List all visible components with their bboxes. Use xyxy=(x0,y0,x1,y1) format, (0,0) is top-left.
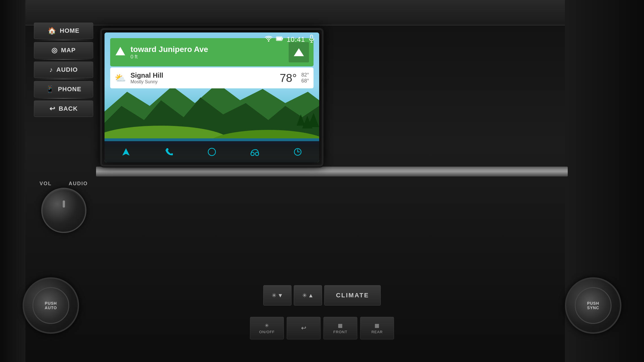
left-nav-panel: 🏠 HOME ◎ MAP ♪ AUDIO 📱 PHONE xyxy=(28,23,99,117)
fan-up-icon: ✳ xyxy=(302,292,307,299)
taskbar-audio-button[interactable] xyxy=(248,145,262,159)
weather-text: Signal Hill Mostly Sunny xyxy=(130,71,275,84)
fan-onoff-label: ON/OFF xyxy=(259,330,275,334)
main-screen: 10:41 toward Junipero xyxy=(105,32,319,162)
rear-label: REAR xyxy=(371,330,383,334)
svg-rect-9 xyxy=(282,38,283,40)
svg-marker-14 xyxy=(116,47,125,55)
wifi-icon xyxy=(265,36,273,43)
audio-icon: ♪ xyxy=(49,66,53,74)
nav-up-arrow xyxy=(294,48,304,56)
clock-display: 10:41 xyxy=(287,36,305,43)
screen-taskbar xyxy=(105,141,319,162)
map-nav-button[interactable]: ◎ MAP xyxy=(28,42,99,60)
fan-icon: ✳ xyxy=(272,292,277,299)
audio-divider xyxy=(34,78,93,79)
home-icon: 🏠 xyxy=(48,27,56,35)
phone-label: PHONE xyxy=(58,86,81,93)
weather-temp: 78° xyxy=(280,72,297,84)
left-vent xyxy=(0,0,25,362)
phone-divider xyxy=(34,98,93,99)
nav-distance: 0 ft xyxy=(130,54,284,60)
push-sync-inner: PUSH SYNC xyxy=(575,287,612,324)
volume-area: VOL AUDIO xyxy=(40,181,88,233)
nav-cards: toward Junipero Ave 0 ft ⛅ Signal Hill M… xyxy=(110,38,314,88)
svg-point-16 xyxy=(208,148,216,156)
back-nav-button[interactable]: ↩ BACK xyxy=(28,101,99,117)
push-sync-line2: SYNC xyxy=(587,306,599,310)
weather-hilo: 82° 68° xyxy=(301,72,309,84)
push-auto-knob[interactable]: PUSH AUTO xyxy=(23,277,79,334)
fan-onoff-icon: ✳ xyxy=(265,322,269,329)
fan-up-arrow: ▲ xyxy=(308,292,314,299)
weather-card[interactable]: ⛅ Signal Hill Mostly Sunny 78° 82° 68° xyxy=(110,67,314,88)
mic-icon[interactable] xyxy=(308,35,315,44)
fan-down-arrow: ▼ xyxy=(278,292,283,299)
recirculate-icon: ↩ xyxy=(301,324,306,332)
audio-nav-button[interactable]: ♪ AUDIO xyxy=(28,62,99,79)
volume-knob[interactable] xyxy=(41,188,86,233)
push-auto-inner: PUSH AUTO xyxy=(32,287,69,324)
weather-low: 68° xyxy=(301,78,309,84)
climate-area: ✳ ▼ ✳ ▲ CLIMATE xyxy=(263,285,381,306)
climate-label: CLIMATE xyxy=(336,292,369,299)
climate-button[interactable]: CLIMATE xyxy=(324,285,381,306)
audio-power-label: AUDIO xyxy=(69,181,88,187)
fan-onoff-button[interactable]: ✳ ON/OFF xyxy=(250,317,284,339)
taskbar-phone-button[interactable] xyxy=(162,145,176,159)
push-sync-line1: PUSH xyxy=(587,301,599,306)
vol-audio-labels: VOL AUDIO xyxy=(40,181,88,187)
push-sync-knob[interactable]: PUSH SYNC xyxy=(565,277,621,334)
nav-direction-box xyxy=(289,42,309,62)
back-icon: ↩ xyxy=(49,105,55,113)
battery-icon xyxy=(276,36,283,43)
svg-rect-11 xyxy=(310,35,313,39)
svg-point-7 xyxy=(268,40,269,42)
taskbar-home-button[interactable] xyxy=(205,145,219,159)
map-divider xyxy=(34,59,93,60)
push-auto-line1: PUSH xyxy=(45,301,57,306)
weather-icon: ⛅ xyxy=(115,73,126,83)
fan-down-button[interactable]: ✳ ▼ xyxy=(263,285,291,306)
lower-buttons-row: ✳ ON/OFF ↩ ▦ FRONT ▦ REAR xyxy=(250,317,394,339)
nav-turn-arrow xyxy=(115,45,126,59)
rear-defrost-icon: ▦ xyxy=(375,322,380,329)
audio-label: AUDIO xyxy=(56,66,78,73)
svg-marker-15 xyxy=(122,148,130,156)
status-bar: 10:41 xyxy=(265,35,315,44)
map-icon: ◎ xyxy=(51,46,58,54)
phone-icon: 📱 xyxy=(46,85,55,93)
car-dashboard: 🏠 HOME ◎ MAP ♪ AUDIO 📱 PHONE xyxy=(0,0,644,362)
metallic-strip xyxy=(96,167,568,176)
weather-city: Signal Hill xyxy=(130,71,275,79)
svg-rect-10 xyxy=(277,37,282,40)
home-nav-button[interactable]: 🏠 HOME xyxy=(28,23,99,40)
nav-card-text: toward Junipero Ave 0 ft xyxy=(130,45,284,60)
back-label: BACK xyxy=(59,105,78,112)
front-defrost-icon: ▦ xyxy=(338,322,343,329)
front-defrost-button[interactable]: ▦ FRONT xyxy=(323,317,357,339)
push-auto-line2: AUTO xyxy=(45,306,57,310)
rear-defrost-button[interactable]: ▦ REAR xyxy=(360,317,394,339)
taskbar-clock-button[interactable] xyxy=(291,145,305,159)
phone-nav-button[interactable]: 📱 PHONE xyxy=(28,81,99,99)
weather-high: 82° xyxy=(301,72,309,78)
home-label: HOME xyxy=(60,27,80,34)
map-label: MAP xyxy=(61,47,76,54)
vol-label: VOL xyxy=(40,181,52,187)
nav-destination: toward Junipero Ave xyxy=(130,45,284,54)
weather-condition: Mostly Sunny xyxy=(130,79,275,84)
front-label: FRONT xyxy=(333,330,347,334)
taskbar-nav-button[interactable] xyxy=(119,145,133,159)
recirculate-button[interactable]: ↩ xyxy=(287,317,321,339)
top-bar xyxy=(0,0,644,25)
fan-up-button[interactable]: ✳ ▲ xyxy=(294,285,322,306)
home-divider xyxy=(34,40,93,40)
